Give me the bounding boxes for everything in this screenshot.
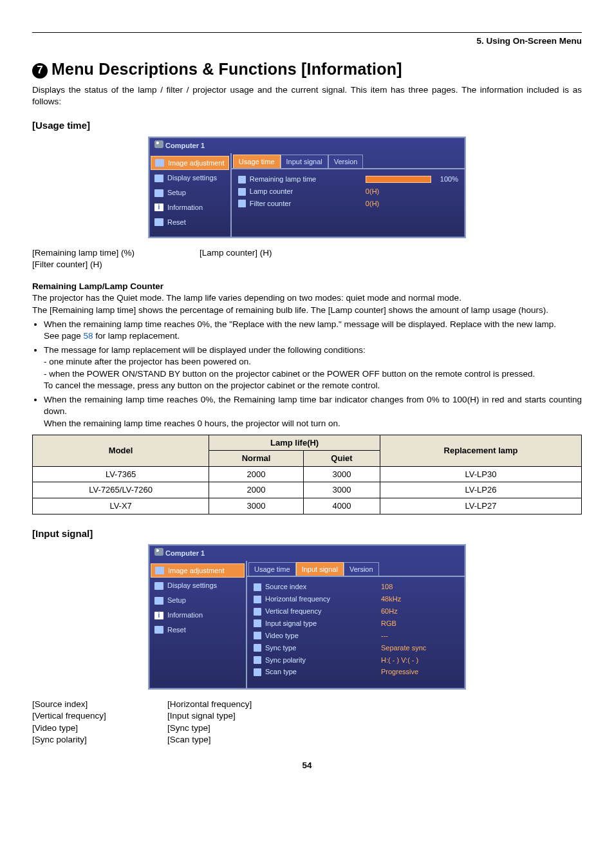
info-icon: i bbox=[154, 203, 163, 211]
sidebar-item-display-settings[interactable]: Display settings bbox=[151, 171, 229, 185]
counter-icon bbox=[238, 188, 246, 196]
lbl-synctype: [Sync type] bbox=[167, 722, 252, 734]
label-filter-counter: [Filter counter] (H) bbox=[32, 259, 200, 270]
sidebar-item-information[interactable]: iInformation bbox=[151, 609, 245, 622]
lamp-icon bbox=[238, 176, 246, 184]
lbl-sigtype: [Input signal type] bbox=[167, 710, 252, 722]
sidebar-item-setup[interactable]: Setup bbox=[151, 594, 245, 607]
osd-titlebar-2: Computer 1 bbox=[149, 545, 465, 561]
osd-sidebar: Image adjustment Display settings Setup … bbox=[149, 153, 232, 237]
osd-main: Usage time Input signal Version Remainin… bbox=[232, 153, 465, 237]
scan-icon bbox=[254, 668, 261, 676]
adjust-icon bbox=[155, 567, 164, 574]
lbl-hfreq: [Horizontal frequency] bbox=[167, 699, 252, 710]
b2c: - when the POWER ON/STAND BY button on t… bbox=[44, 368, 582, 380]
bullet-1-seepage: See page 58 for lamp replacement. bbox=[44, 330, 582, 342]
sidebar-item-image-adjustment[interactable]: Image adjustment bbox=[151, 156, 229, 171]
reset-icon bbox=[154, 626, 163, 634]
hfreq-icon bbox=[254, 596, 261, 603]
osd-input: Computer 1 Image adjustment Display sett… bbox=[148, 544, 466, 690]
usage-label-pairs: [Remaining lamp time] (%) [Filter counte… bbox=[32, 247, 582, 270]
sidebar-item-information[interactable]: iInformation bbox=[151, 201, 229, 214]
row-videotype: Video type--- bbox=[254, 630, 458, 642]
filter-icon bbox=[238, 200, 246, 207]
label-lamp-counter: [Lamp counter] (H) bbox=[200, 247, 272, 259]
osd-rows: Remaining lamp time 100% Lamp counter 0(… bbox=[232, 169, 465, 210]
header-rule bbox=[32, 32, 582, 33]
table-row: LV-7265/LV-7260 2000 3000 LV-LP26 bbox=[33, 482, 582, 498]
row-hfreq: Horizontal frequency48kHz bbox=[254, 593, 458, 605]
page-title: 7Menu Descriptions & Functions [Informat… bbox=[32, 59, 582, 80]
usage-heading: [Usage time] bbox=[32, 119, 582, 132]
th-normal: Normal bbox=[209, 451, 304, 467]
p2: The [Remaining lamp time] shows the perc… bbox=[32, 305, 582, 316]
row-remaining-lamp: Remaining lamp time 100% bbox=[238, 173, 458, 185]
tab-input-signal[interactable]: Input signal bbox=[281, 155, 328, 169]
lamp-counter-val: 0(H) bbox=[366, 187, 458, 196]
osd-rows-2: Source index108 Horizontal frequency48kH… bbox=[247, 577, 465, 678]
index-icon bbox=[254, 583, 261, 591]
sidebar-item-display-settings[interactable]: Display settings bbox=[151, 579, 245, 592]
th-life: Lamp life(H) bbox=[209, 435, 380, 451]
computer-icon bbox=[154, 140, 163, 148]
osd-tabs-2: Usage time Input signal Version bbox=[247, 561, 465, 578]
th-quiet: Quiet bbox=[303, 451, 380, 467]
section-number-circle: 7 bbox=[32, 63, 48, 79]
osd-title-2: Computer 1 bbox=[165, 549, 205, 557]
row-syncpol: Sync polarityH:( - ) V:( - ) bbox=[254, 654, 458, 666]
gear-icon bbox=[154, 597, 163, 605]
bullet-2: The message for lamp replacement will be… bbox=[44, 344, 582, 392]
page-title-text: Menu Descriptions & Functions [Informati… bbox=[51, 60, 402, 78]
lbl-videotype: [Video type] bbox=[32, 722, 167, 734]
lbl-scantype: [Scan type] bbox=[167, 734, 252, 746]
remaining-lamp-heading: Remaining Lamp/Lamp Counter bbox=[32, 281, 582, 292]
sidebar-item-reset[interactable]: Reset bbox=[151, 623, 245, 637]
bullet-3: When the remaining lamp time reaches 0%,… bbox=[44, 394, 582, 429]
tab-version[interactable]: Version bbox=[344, 562, 379, 576]
vfreq-icon bbox=[254, 608, 261, 616]
osd-tabs: Usage time Input signal Version bbox=[232, 153, 465, 170]
reset-icon bbox=[154, 218, 163, 226]
osd-usage: Computer 1 Image adjustment Display sett… bbox=[148, 137, 466, 238]
polarity-icon bbox=[254, 656, 261, 664]
tab-input-signal[interactable]: Input signal bbox=[296, 562, 344, 576]
lamp-time-pct: 100% bbox=[440, 175, 458, 184]
table-row: LV-7365 2000 3000 LV-LP30 bbox=[33, 466, 582, 482]
sidebar-item-image-adjustment[interactable]: Image adjustment bbox=[151, 563, 245, 578]
lbl-vfreq: [Vertical frequency] bbox=[32, 710, 167, 722]
sidebar-item-setup[interactable]: Setup bbox=[151, 186, 229, 200]
tab-version[interactable]: Version bbox=[328, 155, 364, 169]
chapter-header: 5. Using On-Screen Menu bbox=[32, 35, 582, 47]
row-synctype: Sync typeSeparate sync bbox=[254, 642, 458, 654]
row-lamp-counter: Lamp counter 0(H) bbox=[238, 185, 458, 198]
p1: The projector has the Quiet mode. The la… bbox=[32, 292, 582, 304]
table-row: LV-X7 3000 4000 LV-LP27 bbox=[33, 498, 582, 514]
tab-usage-time[interactable]: Usage time bbox=[233, 155, 281, 169]
signal-icon bbox=[254, 619, 261, 627]
page-link-58[interactable]: 58 bbox=[84, 331, 93, 341]
row-scantype: Scan typeProgressive bbox=[254, 666, 458, 678]
osd-title: Computer 1 bbox=[165, 142, 205, 149]
row-source-index: Source index108 bbox=[254, 581, 458, 593]
video-icon bbox=[254, 632, 261, 639]
lbl-source-index: [Source index] bbox=[32, 699, 167, 710]
intro-text: Displays the status of the lamp / filter… bbox=[32, 84, 582, 108]
row-vfreq: Vertical frequency60Hz bbox=[254, 605, 458, 618]
input-heading: [Input signal] bbox=[32, 527, 582, 540]
osd-main-2: Usage time Input signal Version Source i… bbox=[247, 561, 465, 689]
th-model: Model bbox=[33, 435, 209, 466]
osd-titlebar: Computer 1 bbox=[149, 138, 465, 153]
b2b: - one minute after the projector has bee… bbox=[44, 356, 582, 368]
b3b: When the remaining lamp time reaches 0 h… bbox=[44, 418, 582, 429]
row-filter-counter: Filter counter 0(H) bbox=[238, 198, 458, 210]
sidebar-item-reset[interactable]: Reset bbox=[151, 216, 229, 229]
lamp-time-bar bbox=[366, 176, 431, 183]
input-label-pairs: [Source index] [Vertical frequency] [Vid… bbox=[32, 699, 582, 746]
lbl-syncpol: [Sync polarity] bbox=[32, 734, 167, 746]
computer-icon bbox=[154, 548, 163, 556]
label-remaining-lamp: [Remaining lamp time] (%) bbox=[32, 247, 200, 259]
tab-usage-time[interactable]: Usage time bbox=[248, 562, 296, 576]
osd-sidebar-2: Image adjustment Display settings Setup … bbox=[149, 561, 247, 689]
lamp-table: Model Lamp life(H) Replacement lamp Norm… bbox=[32, 435, 582, 514]
page-number: 54 bbox=[32, 760, 582, 771]
